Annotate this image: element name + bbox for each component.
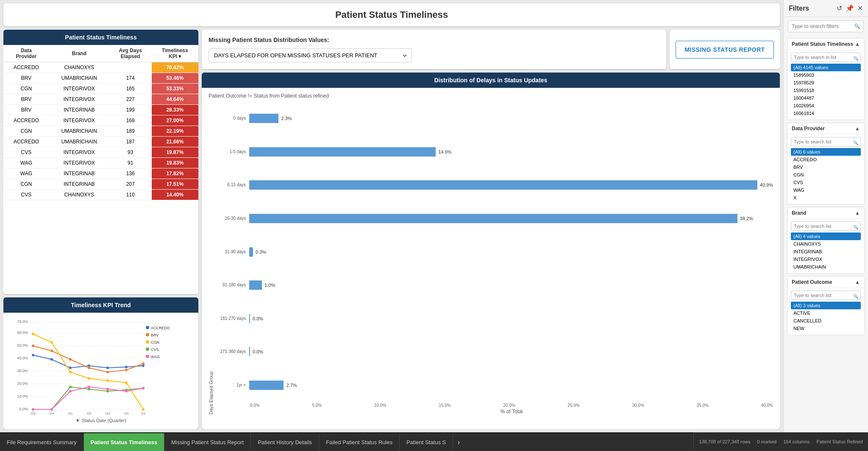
center-panel: Missing Patient Status Distribution Valu… (202, 30, 780, 429)
svg-point-58 (106, 388, 109, 390)
chevron-icon: ▲ (855, 210, 860, 216)
close-icon-button[interactable]: ✕ (857, 4, 863, 12)
kpi-table-card: Patient Status Timeliness DataProvider B… (3, 30, 198, 294)
svg-text:40.0%: 40.0% (17, 356, 28, 360)
filter-list-item[interactable]: 15978529 (791, 79, 861, 87)
svg-point-38 (125, 369, 128, 371)
search-icon: 🔍 (853, 225, 858, 230)
filter-search-input[interactable] (788, 20, 864, 32)
bar-fill (249, 381, 284, 390)
svg-text:WAG: WAG (151, 355, 160, 359)
filter-list-item[interactable]: ACCREDO (791, 156, 861, 163)
kpi-table-header: Patient Status Timeliness (3, 30, 198, 45)
filter-list-search-1[interactable] (791, 137, 861, 146)
tab-3[interactable]: Patient History Details (251, 433, 319, 451)
svg-point-26 (32, 354, 34, 356)
bar-row: 181-270 days 0.0% (215, 302, 773, 335)
missing-status-card: Missing Patient Status Distribution Valu… (202, 30, 666, 69)
bar-area: 1.0% (249, 280, 773, 290)
bar-area: 0.0% (249, 314, 773, 323)
svg-point-42 (69, 371, 72, 373)
x-axis-label: Status Date (Quarter) (82, 418, 126, 423)
missing-status-report-button[interactable]: MISSING STATUS REPORT (676, 41, 774, 59)
svg-text:30.0%: 30.0% (17, 369, 28, 373)
tab-2[interactable]: Missing Patient Status Report (164, 433, 251, 451)
bar-row: 31-90 days 0.3% (215, 235, 773, 268)
svg-point-33 (32, 345, 34, 347)
trend-header: Timeliness KPI Trend (3, 297, 198, 313)
svg-point-55 (50, 408, 53, 411)
filter-list-item[interactable]: BRV (791, 163, 861, 171)
svg-text:0.0%: 0.0% (19, 407, 28, 411)
svg-text:60.0%: 60.0% (17, 331, 28, 335)
bar-label: 0 days (215, 116, 249, 121)
page-title: Patient Status Timeliness (3, 3, 780, 26)
filter-list-item[interactable]: NEW (791, 325, 861, 332)
filter-list-item[interactable]: INTEGRIVOX (791, 255, 861, 263)
filter-section-header-3[interactable]: Patient Outcome ▲ (787, 277, 864, 288)
svg-text:70.0%: 70.0% (17, 319, 28, 324)
filter-list-item[interactable]: (All) 4 values (791, 233, 861, 240)
filter-list-item[interactable]: X (791, 194, 861, 202)
filter-section-title: Patient Outcome (792, 279, 832, 285)
filter-list-item[interactable]: 16061814 (791, 109, 861, 117)
tab-4[interactable]: Failed Patient Status Rules (319, 433, 400, 451)
svg-point-54 (32, 408, 34, 411)
bar-value: 40.9% (760, 182, 773, 188)
filter-section-body-3: 🔍(All) 3 valuesACTIVECANCELLEDNEW (787, 288, 864, 335)
search-icon: 🔍 (854, 23, 860, 29)
filter-section-header-1[interactable]: Data Provider ▲ (787, 123, 864, 134)
table-row: WAG INTEGRIVOX 91 19.83% (3, 158, 198, 168)
tab-1[interactable]: Patient Status Timeliness (84, 433, 164, 451)
refresh-icon-button[interactable]: ↺ (837, 4, 842, 12)
tab-more-button[interactable]: › (453, 438, 464, 447)
filter-list-item[interactable]: 16026954 (791, 102, 861, 109)
svg-text:ACCREDO: ACCREDO (151, 326, 170, 330)
bar-label: 181-270 days (215, 316, 249, 321)
pin-icon-button[interactable]: 📌 (846, 4, 854, 12)
filter-list-item[interactable]: CVS (791, 179, 861, 186)
chevron-icon: ▲ (855, 126, 860, 132)
left-panel: Patient Status Timeliness DataProvider B… (3, 30, 198, 429)
filter-list-item[interactable]: INTEGRINAB (791, 248, 861, 255)
table-row: CVS CHAINOXYS 110 14.40% (3, 190, 198, 200)
distribution-card: Distribution of Delays in Status Updates… (202, 73, 780, 429)
distribution-dropdown[interactable]: DAYS ELAPSED FOR OPEN MISSING STATUSES P… (209, 48, 412, 62)
filter-list-item[interactable]: CANCELLED (791, 317, 861, 325)
table-row: WAG INTEGRINAB 136 17.82% (3, 168, 198, 179)
filter-list-item[interactable]: ACTIVE (791, 309, 861, 317)
svg-point-49 (69, 386, 72, 388)
svg-point-45 (125, 381, 128, 384)
filter-list-item[interactable]: WAG (791, 186, 861, 194)
bar-row: 91-180 days 1.0% (215, 269, 773, 302)
svg-point-36 (88, 367, 90, 369)
filter-list-search-2[interactable] (791, 221, 861, 231)
filter-list-item[interactable]: (All) 4145 values (791, 64, 861, 71)
bar-fill (249, 280, 262, 290)
search-icon: 🔍 (853, 140, 858, 145)
filter-section-header-0[interactable]: Patient Status Timeliness ▲ (787, 39, 864, 50)
filter-list-item[interactable]: 16004487 (791, 94, 861, 102)
search-icon: 🔍 (853, 56, 858, 61)
filter-list-item[interactable]: 15991518 (791, 87, 861, 94)
svg-point-56 (69, 390, 72, 392)
filter-list-item[interactable]: CGN (791, 171, 861, 179)
svg-point-39 (142, 362, 145, 365)
bar-area: 40.9% (249, 180, 773, 190)
bar-fill (249, 314, 250, 323)
trend-card: Timeliness KPI Trend 0.0% 10.0% 20.0% 30… (3, 297, 198, 429)
filter-section-2: Brand ▲ 🔍(All) 4 valuesCHAINOXYSINTEGRIN… (787, 207, 865, 274)
bar-fill (249, 247, 253, 257)
filter-list-item[interactable]: UMABRICHAIN (791, 263, 861, 271)
filter-list-search-0[interactable] (791, 53, 861, 62)
filter-list-item[interactable]: (All) 3 values (791, 302, 861, 309)
filter-section-header-2[interactable]: Brand ▲ (787, 207, 864, 218)
filter-list-item[interactable]: CHAINOXYS (791, 240, 861, 248)
tab-5[interactable]: Patient Status S (400, 433, 453, 451)
svg-point-67 (146, 347, 149, 351)
filter-list-item[interactable]: 15895903 (791, 71, 861, 79)
bar-label: 271-360 days (215, 349, 249, 354)
filter-list-search-3[interactable] (791, 291, 861, 300)
filter-list-item[interactable]: (All) 6 values (791, 148, 861, 156)
tab-0[interactable]: File Requirements Summary (0, 433, 84, 451)
